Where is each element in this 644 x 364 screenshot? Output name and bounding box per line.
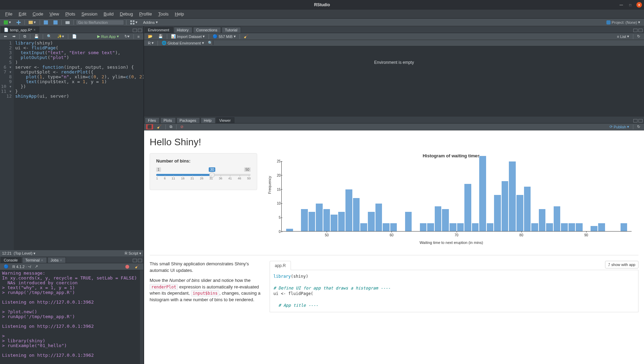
tab-files[interactable]: Files: [145, 117, 160, 123]
popout-viewer-icon[interactable]: ⧉: [168, 124, 174, 129]
env-scope-bar: R ▾ 🌐 Global Environment ▾ 🔍: [144, 40, 644, 46]
addins-menu[interactable]: Addins ▾: [141, 20, 160, 25]
histogram-bar: [330, 214, 338, 231]
new-file-button[interactable]: ▾: [2, 20, 13, 25]
svg-rect-1: [29, 21, 33, 24]
scrollbar[interactable]: [140, 270, 143, 364]
menu-help[interactable]: Help: [172, 10, 187, 18]
tab-jobs[interactable]: Jobs ×: [48, 257, 66, 263]
show-in-new-window-icon[interactable]: ⧉: [22, 34, 28, 39]
menu-build[interactable]: Build: [101, 10, 117, 18]
menu-profile[interactable]: Profile: [136, 10, 155, 18]
window-maximize-button[interactable]: □: [627, 2, 633, 8]
import-dataset-button[interactable]: 📊 Import Dataset ▾: [169, 34, 207, 39]
open-file-button[interactable]: ▾: [27, 20, 38, 25]
wand-icon[interactable]: ✨▾: [56, 34, 66, 39]
scope-indicator[interactable]: (Top Level) ▾: [14, 251, 36, 256]
popout-icon[interactable]: ↗: [33, 264, 40, 269]
close-icon[interactable]: ×: [41, 258, 43, 262]
reload-app-icon[interactable]: ↻▾: [123, 34, 131, 39]
r-scope-menu[interactable]: R ▾: [146, 40, 155, 46]
show-with-app-button[interactable]: ⤴ show with app: [605, 261, 638, 268]
console-minimize-icon[interactable]: [133, 259, 137, 262]
tab-help[interactable]: Help: [201, 117, 215, 123]
stop-icon[interactable]: ⬤: [123, 264, 131, 269]
source-options-icon[interactable]: ≡: [136, 34, 141, 39]
source-tab-label: temp_app.R*: [10, 28, 32, 32]
tab-tutorial[interactable]: Tutorial: [222, 27, 241, 33]
tab-terminal[interactable]: Terminal ×: [22, 257, 47, 263]
tab-packages[interactable]: Packages: [177, 117, 200, 123]
svg-rect-7: [130, 23, 132, 24]
bins-slider[interactable]: 1 50 30 16111621263136414650: [156, 168, 251, 184]
addins-grid-icon[interactable]: ▾: [129, 20, 139, 25]
stop-viewer-icon[interactable]: ⬛: [146, 124, 153, 129]
histogram-bar: [382, 223, 390, 231]
env-search-input[interactable]: [213, 40, 213, 45]
menu-view[interactable]: View: [46, 10, 62, 18]
menu-debug[interactable]: Debug: [117, 10, 136, 18]
list-view-button[interactable]: ≡ List ▾: [615, 34, 631, 39]
save-workspace-icon[interactable]: 💾: [157, 34, 165, 39]
menu-plots[interactable]: Plots: [62, 10, 78, 18]
menu-tools[interactable]: Tools: [155, 10, 172, 18]
tab-viewer[interactable]: Viewer: [216, 117, 234, 123]
menu-code[interactable]: Code: [29, 10, 46, 18]
lang-indicator[interactable]: R Script ▾: [125, 251, 141, 256]
clear-viewer-icon[interactable]: 🧹: [155, 124, 163, 129]
back-icon[interactable]: ⬅: [2, 34, 9, 39]
env-maximize-icon[interactable]: [638, 29, 643, 32]
env-minimize-icon[interactable]: [633, 29, 637, 32]
console-output[interactable]: Warning message: In xy.coords(x, y, recy…: [0, 270, 143, 364]
menu-edit[interactable]: Edit: [16, 10, 29, 18]
viewer-maximize-icon[interactable]: [638, 119, 643, 122]
forward-icon[interactable]: ➡: [11, 34, 17, 39]
close-icon[interactable]: ×: [60, 258, 62, 262]
histogram-bar: [494, 195, 501, 231]
project-menu[interactable]: Project: (None) ▾: [605, 20, 642, 25]
tab-connections[interactable]: Connections: [193, 27, 221, 33]
histogram-bar: [368, 211, 375, 231]
find-icon[interactable]: 🔍: [45, 34, 53, 39]
source-maximize-icon[interactable]: [138, 29, 142, 32]
histogram-bar: [427, 223, 434, 231]
tab-console[interactable]: Console: [1, 257, 21, 263]
run-app-button[interactable]: ▶ Run App ▾: [95, 34, 120, 39]
code-tab-appr[interactable]: app.R: [270, 261, 291, 270]
slider-min-label: 1: [156, 167, 161, 172]
close-tab-icon[interactable]: ×: [33, 28, 36, 32]
window-minimize-button[interactable]: ―: [618, 2, 624, 8]
refresh-viewer-icon[interactable]: ↻: [635, 124, 642, 129]
r-file-icon: 📄: [4, 28, 9, 32]
source-tab[interactable]: 📄 temp_app.R* ×: [1, 27, 39, 33]
example-code-block: library(shiny) # Define UI for app that …: [270, 270, 638, 312]
tab-environment[interactable]: Environment: [145, 27, 173, 33]
menu-session[interactable]: Session: [78, 10, 100, 18]
global-env-menu[interactable]: 🌐 Global Environment ▾: [160, 40, 206, 46]
save-button[interactable]: [42, 20, 50, 25]
new-project-button[interactable]: [15, 20, 22, 25]
refresh-env-icon[interactable]: ↻: [635, 34, 642, 39]
source-minimize-icon[interactable]: [133, 29, 137, 32]
viewer-minimize-icon[interactable]: [633, 119, 637, 122]
tab-plots[interactable]: Plots: [160, 117, 175, 123]
remove-viewer-icon[interactable]: ⊘: [179, 124, 185, 129]
viewer-content[interactable]: Hello Shiny! Number of bins: 1 50 30: [144, 130, 644, 364]
histogram-bar: [353, 198, 360, 231]
document-icon[interactable]: 📄: [70, 34, 79, 39]
clear-env-icon[interactable]: 🧹: [242, 34, 250, 39]
publish-button[interactable]: ⟳ Publish ▾: [608, 124, 631, 129]
window-close-button[interactable]: ×: [636, 2, 642, 8]
tab-history[interactable]: History: [174, 27, 192, 33]
goto-file-input[interactable]: Go to file/function: [76, 20, 124, 25]
code-editor[interactable]: 123456 ▾7 ▾8910 ▾11 ▾12 library(shiny)ui…: [0, 40, 143, 250]
save-source-icon[interactable]: 💾: [32, 34, 41, 39]
print-button[interactable]: [64, 20, 71, 25]
load-workspace-icon[interactable]: 📂: [146, 34, 154, 39]
menu-file[interactable]: File: [2, 10, 16, 18]
clear-console-icon[interactable]: 🧹: [133, 264, 141, 269]
memory-usage[interactable]: 🔵 557 MiB ▾: [211, 34, 237, 39]
console-maximize-icon[interactable]: [138, 259, 142, 262]
save-all-button[interactable]: [52, 20, 59, 25]
histogram-bar: [301, 209, 308, 231]
